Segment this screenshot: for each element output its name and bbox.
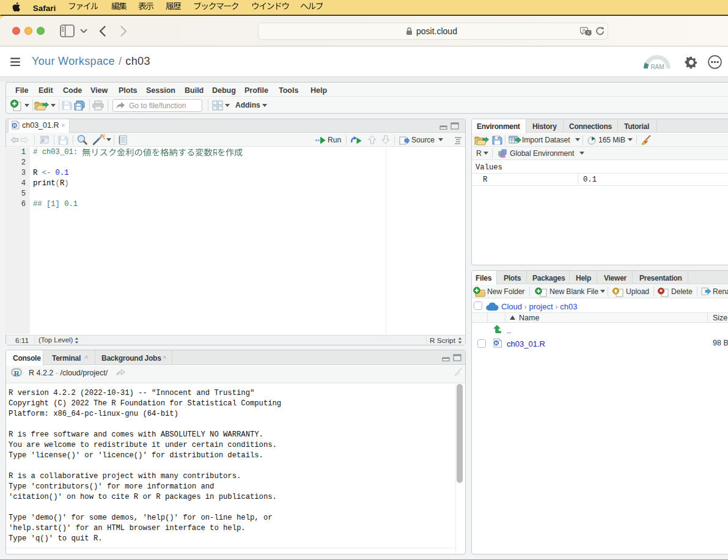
svg-text:R: R — [495, 341, 498, 346]
svg-text:RAM: RAM — [650, 64, 664, 70]
svg-text:X: X — [587, 30, 590, 35]
svg-text:R: R — [13, 123, 17, 128]
svg-text:R: R — [14, 369, 20, 377]
